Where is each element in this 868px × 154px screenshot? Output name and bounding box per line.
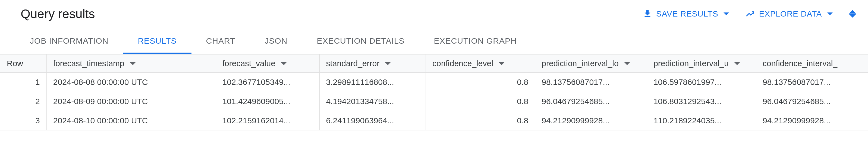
column-header-prediction-interval-lower[interactable]: prediction_interval_lo (535, 54, 647, 73)
tab-job-information[interactable]: JOB INFORMATION (15, 28, 123, 54)
cell-prediction-interval-upper: 106.5978601997... (647, 73, 756, 92)
cell-forecast-value: 102.3677105349... (216, 73, 319, 92)
cell-row-number: 2 (0, 92, 47, 111)
save-results-label: SAVE RESULTS (656, 9, 718, 18)
cell-prediction-interval-upper: 106.8031292543... (647, 92, 756, 111)
sort-icon (130, 62, 136, 65)
chevron-down-icon (827, 12, 833, 15)
explore-data-button[interactable]: EXPLORE DATA (745, 9, 833, 19)
column-header-row[interactable]: Row (0, 54, 47, 73)
download-icon (643, 9, 652, 19)
cell-forecast-value: 101.4249609005... (216, 92, 319, 111)
table-row: 3 2024-08-10 00:00:00 UTC 102.2159162014… (0, 111, 868, 130)
explore-data-label: EXPLORE DATA (759, 9, 822, 18)
tab-execution-details[interactable]: EXECUTION DETAILS (302, 28, 419, 54)
cell-forecast-value: 102.2159162014... (216, 111, 319, 130)
cell-confidence-interval-lower: 94.21290999928... (756, 111, 868, 130)
column-header-forecast-timestamp[interactable]: forecast_timestamp (46, 54, 216, 73)
cell-standard-error: 3.298911116808... (319, 73, 426, 92)
cell-standard-error: 4.194201334758... (319, 92, 426, 111)
sort-icon (499, 62, 505, 65)
cell-standard-error: 6.241199063964... (319, 111, 426, 130)
column-header-confidence-level[interactable]: confidence_level (426, 54, 535, 73)
table-row: 2 2024-08-09 00:00:00 UTC 101.4249609005… (0, 92, 868, 111)
column-header-forecast-value[interactable]: forecast_value (216, 54, 319, 73)
results-tabs: JOB INFORMATION RESULTS CHART JSON EXECU… (0, 28, 868, 54)
table-row: 1 2024-08-08 00:00:00 UTC 102.3677105349… (0, 73, 868, 92)
tab-json[interactable]: JSON (250, 28, 302, 54)
cell-prediction-interval-lower: 94.21290999928... (535, 111, 647, 130)
cell-prediction-interval-lower: 98.13756087017... (535, 73, 647, 92)
chevron-up-icon (849, 10, 856, 13)
results-header: Query results SAVE RESULTS EXPLORE DATA (0, 0, 868, 28)
sort-icon (624, 62, 630, 65)
cell-confidence-level: 0.8 (426, 73, 535, 92)
tab-chart[interactable]: CHART (191, 28, 250, 54)
column-header-confidence-interval-lower[interactable]: confidence_interval_ (756, 54, 868, 73)
save-results-button[interactable]: SAVE RESULTS (643, 9, 729, 19)
chevron-down-icon (849, 14, 856, 17)
cell-forecast-timestamp: 2024-08-08 00:00:00 UTC (46, 73, 216, 92)
chevron-down-icon (723, 12, 729, 15)
sort-icon (281, 62, 287, 65)
table-header-row: Row forecast_timestamp forecast_value st… (0, 54, 868, 73)
cell-confidence-interval-lower: 96.04679254685... (756, 92, 868, 111)
chart-line-icon (745, 9, 755, 19)
column-header-prediction-interval-upper[interactable]: prediction_interval_u (647, 54, 756, 73)
page-title: Query results (21, 6, 95, 21)
cell-prediction-interval-upper: 110.2189224035... (647, 111, 756, 130)
expand-collapse-button[interactable] (849, 10, 856, 17)
cell-row-number: 3 (0, 111, 47, 130)
tab-execution-graph[interactable]: EXECUTION GRAPH (419, 28, 531, 54)
header-actions: SAVE RESULTS EXPLORE DATA (643, 9, 856, 19)
cell-forecast-timestamp: 2024-08-09 00:00:00 UTC (46, 92, 216, 111)
column-header-standard-error[interactable]: standard_error (319, 54, 426, 73)
sort-icon (734, 62, 740, 65)
cell-confidence-level: 0.8 (426, 92, 535, 111)
cell-confidence-interval-lower: 98.13756087017... (756, 73, 868, 92)
cell-forecast-timestamp: 2024-08-10 00:00:00 UTC (46, 111, 216, 130)
cell-confidence-level: 0.8 (426, 111, 535, 130)
cell-row-number: 1 (0, 73, 47, 92)
cell-prediction-interval-lower: 96.04679254685... (535, 92, 647, 111)
tab-results[interactable]: RESULTS (123, 28, 191, 54)
results-table: Row forecast_timestamp forecast_value st… (0, 54, 868, 130)
sort-icon (385, 62, 391, 65)
